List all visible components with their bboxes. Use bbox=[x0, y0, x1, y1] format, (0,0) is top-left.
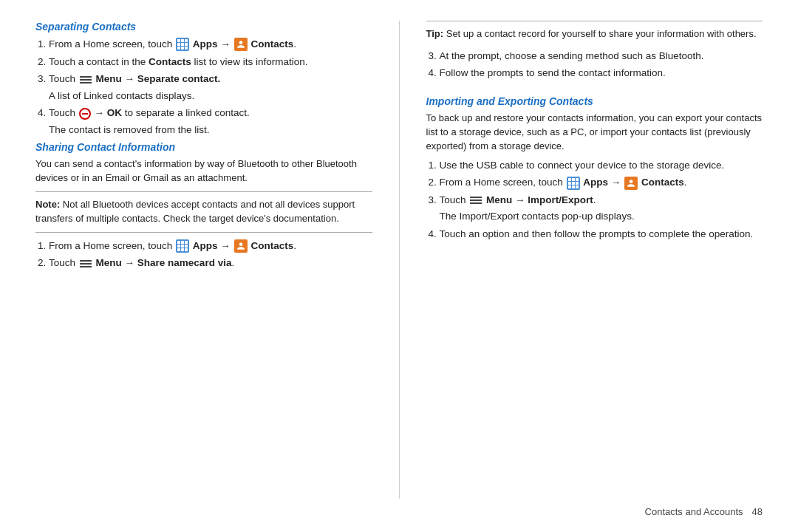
step-sep-4-sub: The contact is removed from the list. bbox=[49, 123, 372, 137]
apps-icon-1 bbox=[176, 38, 189, 51]
step-imp-4: Touch an option and then follow the prom… bbox=[440, 227, 763, 242]
note-text: Not all Bluetooth devices accept contact… bbox=[35, 199, 355, 224]
sharing-intro: You can send a contact's information by … bbox=[35, 157, 372, 185]
tip-box: Tip: Set up a contact record for yoursel… bbox=[426, 21, 763, 41]
columns: Separating Contacts From a Home screen, … bbox=[35, 21, 763, 499]
apps-icon-3 bbox=[567, 177, 580, 190]
contacts-bold: Contacts bbox=[149, 56, 191, 67]
arrow-3: → bbox=[95, 107, 107, 118]
sharing-steps-list: From a Home screen, touch Apps → Contact… bbox=[49, 239, 372, 270]
importing-intro: To back up and restore your contacts inf… bbox=[426, 112, 763, 154]
arrow-6: → bbox=[611, 177, 624, 188]
minus-icon bbox=[79, 108, 91, 120]
menu-icon-2 bbox=[79, 259, 92, 269]
separating-steps-list: From a Home screen, touch Apps → Contact… bbox=[49, 37, 372, 137]
step-cont-3: At the prompt, choose a sending method s… bbox=[440, 49, 763, 64]
section-separating-contacts: Separating Contacts From a Home screen, … bbox=[35, 21, 372, 141]
step-sep-3-sub: A list of Linked contacts displays. bbox=[49, 89, 372, 103]
arrow-5: → bbox=[125, 257, 137, 268]
menu-label-2: Menu bbox=[96, 257, 122, 268]
step-imp-3-sub: The Import/Export contacts pop-up displa… bbox=[440, 209, 763, 224]
contacts-icon-1 bbox=[234, 38, 248, 51]
page: Separating Contacts From a Home screen, … bbox=[0, 0, 798, 532]
step-sep-3: Touch Menu → Separate contact. A list of… bbox=[49, 72, 372, 103]
step-cont-4: Follow the prompts to send the contact i… bbox=[440, 66, 763, 81]
section-importing: Importing and Exporting Contacts To back… bbox=[426, 95, 763, 245]
step-imp-1: Use the USB cable to connect your device… bbox=[440, 158, 763, 173]
left-column: Separating Contacts From a Home screen, … bbox=[35, 21, 400, 499]
arrow-1: → bbox=[220, 38, 233, 50]
section-title-importing: Importing and Exporting Contacts bbox=[426, 95, 763, 107]
period-3: . bbox=[231, 257, 234, 268]
tip-label: Tip: bbox=[426, 28, 444, 39]
apps-label-1: Apps bbox=[193, 38, 218, 50]
contacts-label-3: Contacts bbox=[641, 177, 684, 188]
arrow-2: → bbox=[125, 73, 137, 84]
section-sharing: Sharing Contact Information You can send… bbox=[35, 141, 372, 275]
continued-steps: At the prompt, choose a sending method s… bbox=[440, 49, 763, 83]
footer: Contacts and Accounts 48 bbox=[35, 499, 763, 517]
apps-icon-2 bbox=[176, 239, 189, 253]
period-1: . bbox=[293, 38, 296, 50]
footer-text: Contacts and Accounts bbox=[645, 506, 743, 517]
arrow-7: → bbox=[515, 194, 528, 205]
note-box: Note: Not all Bluetooth devices accept c… bbox=[35, 191, 372, 233]
menu-icon-3 bbox=[469, 195, 482, 205]
ok-bold: OK bbox=[107, 107, 122, 118]
contacts-icon-3 bbox=[624, 177, 638, 190]
section-title-separating: Separating Contacts bbox=[35, 21, 372, 33]
period-4: . bbox=[684, 177, 687, 188]
section-title-sharing: Sharing Contact Information bbox=[35, 141, 372, 153]
step-share-1: From a Home screen, touch Apps → Contact… bbox=[49, 239, 372, 253]
right-column: Tip: Set up a contact record for yoursel… bbox=[400, 21, 763, 499]
share-namecard: Share namecard via bbox=[137, 257, 232, 268]
menu-icon-1 bbox=[79, 75, 92, 85]
menu-label-3: Menu bbox=[486, 194, 512, 205]
period-2: . bbox=[293, 240, 296, 251]
footer-page: 48 bbox=[752, 506, 763, 517]
contacts-label-2: Contacts bbox=[250, 240, 293, 251]
separate-contact: Separate contact. bbox=[137, 73, 221, 84]
arrow-4: → bbox=[220, 240, 233, 251]
contacts-icon-2 bbox=[234, 239, 248, 253]
step-share-2: Touch Menu → Share namecard via. bbox=[49, 256, 372, 270]
menu-label-1: Menu bbox=[96, 73, 122, 84]
step-imp-3: Touch Menu → Import/Export. The Import/E… bbox=[440, 193, 763, 224]
period-5: . bbox=[593, 194, 596, 205]
import-export: Import/Export bbox=[528, 194, 593, 205]
step-sep-2: Touch a contact in the Contacts list to … bbox=[49, 55, 372, 69]
importing-steps-list: Use the USB cable to connect your device… bbox=[440, 158, 763, 242]
contacts-label-1: Contacts bbox=[250, 38, 293, 50]
tip-text: Set up a contact record for yourself to … bbox=[446, 28, 757, 39]
step-imp-2: From a Home screen, touch Apps → Contact… bbox=[440, 175, 763, 190]
note-label: Note: bbox=[35, 199, 60, 210]
apps-label-2: Apps bbox=[193, 240, 218, 251]
apps-label-3: Apps bbox=[583, 177, 608, 188]
step-sep-4: Touch → OK to separate a linked contact.… bbox=[49, 106, 372, 137]
step-sep-1: From a Home screen, touch Apps → Contact… bbox=[49, 37, 372, 52]
